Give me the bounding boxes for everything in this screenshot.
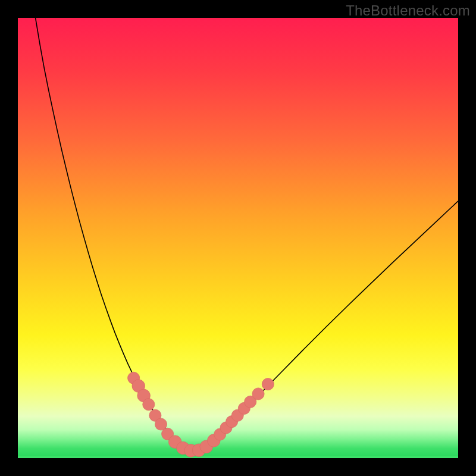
curve-marker — [143, 399, 155, 411]
green-baseline — [18, 456, 458, 458]
plot-svg — [18, 18, 458, 458]
curve-marker — [262, 378, 274, 390]
watermark-text: TheBottleneck.com — [346, 2, 470, 19]
curve-marker — [252, 388, 264, 400]
chart-frame: TheBottleneck.com — [0, 0, 476, 476]
plot-area — [18, 18, 458, 458]
